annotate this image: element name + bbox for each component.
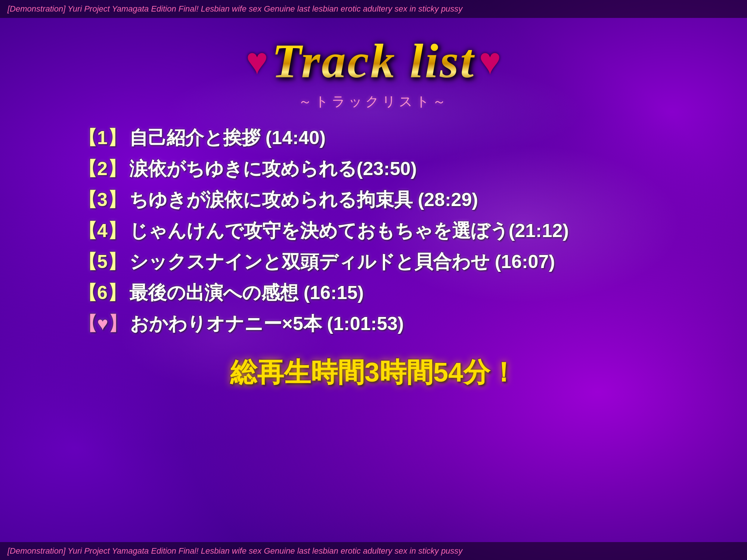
track-list: 【1】自己紹介と挨拶 (14:40)【2】涙依がちゆきに攻められる(23:50)… xyxy=(56,126,691,336)
track-item: 【6】最後の出演への感想 (16:15) xyxy=(78,281,691,305)
track-label: 最後の出演への感想 (16:15) xyxy=(129,281,364,305)
track-number: 【1】 xyxy=(78,126,126,150)
main-title: Track list xyxy=(272,33,475,89)
track-number: 【2】 xyxy=(78,157,126,181)
track-label: おかわりオナニー×5本 (1:01:53) xyxy=(130,312,404,336)
title-wrapper: ♥ Track list ♥ xyxy=(246,33,501,89)
track-label: シックスナインと双頭ディルドと貝合わせ (16:07) xyxy=(129,250,555,274)
track-item: 【1】自己紹介と挨拶 (14:40) xyxy=(78,126,691,150)
track-number: 【5】 xyxy=(78,250,126,274)
track-number: 【3】 xyxy=(78,188,126,212)
track-item: 【5】シックスナインと双頭ディルドと貝合わせ (16:07) xyxy=(78,250,691,274)
track-label: 涙依がちゆきに攻められる(23:50) xyxy=(129,157,417,181)
total-time: 総再生時間3時間54分！ xyxy=(230,355,517,391)
track-number: 【♥】 xyxy=(78,312,127,336)
main-content: ♥ Track list ♥ ～トラックリスト～ 【1】自己紹介と挨拶 (14:… xyxy=(0,18,747,542)
track-label: じゃんけんで攻守を決めておもちゃを選ぼう(21:12) xyxy=(129,219,569,243)
track-item: 【2】涙依がちゆきに攻められる(23:50) xyxy=(78,157,691,181)
right-heart-icon: ♥ xyxy=(479,40,501,83)
track-item: 【3】ちゆきが涙依に攻められる拘束具 (28:29) xyxy=(78,188,691,212)
left-heart-icon: ♥ xyxy=(246,40,268,83)
title-container: ♥ Track list ♥ xyxy=(246,33,501,89)
track-label: 自己紹介と挨拶 (14:40) xyxy=(129,126,326,150)
bottom-ticker-bar: [Demonstration] Yuri Project Yamagata Ed… xyxy=(0,542,747,560)
track-item: 【4】じゃんけんで攻守を決めておもちゃを選ぼう(21:12) xyxy=(78,219,691,243)
track-item: 【♥】おかわりオナニー×5本 (1:01:53) xyxy=(78,312,691,336)
track-number: 【4】 xyxy=(78,219,126,243)
bottom-ticker-text: [Demonstration] Yuri Project Yamagata Ed… xyxy=(7,546,462,556)
track-label: ちゆきが涙依に攻められる拘束具 (28:29) xyxy=(129,188,478,212)
top-ticker-bar: [Demonstration] Yuri Project Yamagata Ed… xyxy=(0,0,747,18)
top-ticker-text: [Demonstration] Yuri Project Yamagata Ed… xyxy=(7,4,462,14)
track-number: 【6】 xyxy=(78,281,126,305)
subtitle: ～トラックリスト～ xyxy=(298,93,449,111)
